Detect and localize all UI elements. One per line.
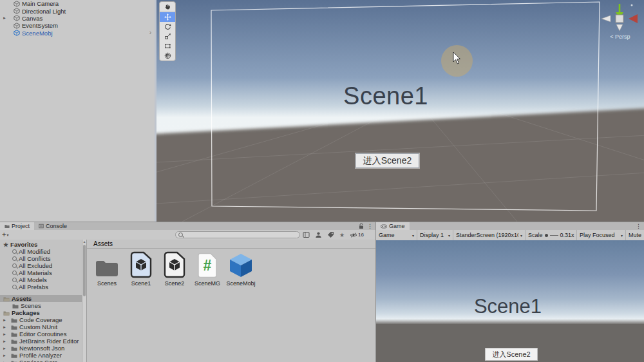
expand-arrow-icon[interactable]: ► bbox=[3, 318, 6, 322]
search-in-panel-icon[interactable] bbox=[303, 231, 310, 238]
hidden-count: 16 bbox=[358, 232, 364, 238]
tree-item-editor-coroutines[interactable]: ►Editor Coroutines bbox=[0, 330, 86, 338]
search-by-type-icon[interactable] bbox=[315, 231, 322, 238]
eye-icon bbox=[350, 233, 357, 238]
folder-icon bbox=[12, 303, 19, 309]
game-ui-button[interactable]: 进入Scene2 bbox=[485, 348, 538, 361]
project-menu-icon[interactable]: ⋮ bbox=[367, 222, 373, 230]
play-focused-dropdown[interactable]: Play Focused▾ bbox=[577, 230, 626, 240]
hidden-packages-toggle[interactable]: 16 bbox=[350, 232, 364, 238]
favorite-all-modified[interactable]: All Modified bbox=[0, 248, 86, 255]
lock-icon[interactable] bbox=[359, 223, 364, 229]
favorite-all-models[interactable]: All Models bbox=[0, 276, 86, 283]
asset-item-scene2[interactable]: Scene2 bbox=[157, 250, 192, 287]
persp-label[interactable]: < Persp bbox=[600, 33, 641, 40]
tab-console[interactable]: Console bbox=[34, 222, 71, 230]
expand-arrow-icon[interactable]: ► bbox=[3, 339, 6, 343]
tree-item-profile-analyzer[interactable]: ►Profile Analyzer bbox=[0, 352, 86, 359]
expand-arrow-icon[interactable]: ► bbox=[3, 325, 6, 329]
plus-icon: + bbox=[2, 231, 6, 238]
gizmo-z-axis[interactable] bbox=[616, 24, 623, 31]
hierarchy-item-label: EventSystem bbox=[22, 22, 58, 29]
resolution-dropdown[interactable]: StanderScreen (1920x10▾ bbox=[453, 230, 526, 240]
create-add-button[interactable]: + ▾ bbox=[2, 231, 8, 238]
caret-down-icon: ▾ bbox=[448, 233, 450, 238]
move-tool[interactable] bbox=[160, 12, 175, 22]
hierarchy-item-directional-light[interactable]: Directional Light bbox=[0, 7, 155, 14]
scene-view[interactable]: Scene1 进入Scene2 < Persp bbox=[155, 0, 644, 222]
expand-arrow-icon[interactable]: ► bbox=[3, 16, 6, 20]
folder-icon bbox=[11, 331, 17, 338]
expand-arrow-icon[interactable]: ► bbox=[3, 332, 6, 336]
mute-toggle[interactable]: Mute bbox=[626, 230, 644, 240]
slider-knob[interactable] bbox=[545, 234, 548, 237]
gizmo-x-axis-neg[interactable] bbox=[601, 15, 611, 22]
prefab-cube-icon bbox=[227, 252, 254, 278]
tab-game[interactable]: Game bbox=[376, 222, 410, 230]
tree-item-newtonsoft-json[interactable]: ►Newtonsoft Json bbox=[0, 345, 86, 352]
tree-item-scenes[interactable]: Scenes bbox=[0, 302, 86, 309]
save-search-star-icon[interactable]: ★ bbox=[339, 232, 345, 238]
caret-down-icon: ▾ bbox=[520, 233, 522, 238]
asset-item-scene1[interactable]: Scene1 bbox=[124, 250, 158, 287]
scrollbar-thumb[interactable] bbox=[83, 245, 86, 296]
tree-item-code-coverage[interactable]: ►Code Coverage bbox=[0, 316, 86, 323]
game-render: Scene1 进入Scene2 bbox=[376, 240, 644, 362]
tree-item-services-core[interactable]: ►Services Core bbox=[0, 359, 86, 362]
gizmo-x-axis[interactable] bbox=[629, 14, 638, 23]
scene-asset-icon bbox=[164, 251, 185, 278]
tree-item-assets[interactable]: Assets bbox=[0, 295, 86, 302]
gizmo-center-cube[interactable] bbox=[616, 15, 623, 23]
project-search[interactable] bbox=[175, 231, 300, 238]
favorites-header[interactable]: ★ Favorites bbox=[0, 241, 86, 248]
hierarchy-item-eventsystem[interactable]: EventSystem bbox=[0, 22, 155, 29]
tree-item-custom-nunit[interactable]: ►Custom NUnit bbox=[0, 323, 86, 330]
scene-ui-button[interactable]: 进入Scene2 bbox=[355, 153, 419, 168]
hierarchy-item-main-camera[interactable]: Main Camera bbox=[0, 0, 155, 7]
favorite-all-prefabs[interactable]: All Prefabs bbox=[0, 283, 86, 291]
orientation-gizmo[interactable] bbox=[598, 1, 639, 33]
project-panel: Project Console ⋮ + ▾ ★ 16 bbox=[0, 222, 375, 362]
scene-render bbox=[156, 0, 644, 222]
hierarchy-item-label: Canvas bbox=[22, 15, 43, 22]
folder-icon bbox=[11, 352, 17, 359]
asset-item-scenemobj[interactable]: SceneMobj bbox=[223, 250, 258, 287]
rect-tool[interactable] bbox=[160, 41, 175, 51]
folder-open-icon bbox=[3, 296, 10, 302]
scrollbar-up-icon[interactable]: ▲ bbox=[82, 240, 86, 244]
tree-item-jetbrains-rider-editor[interactable]: ►JetBrains Rider Editor bbox=[0, 338, 86, 345]
hierarchy-item-label: Main Camera bbox=[22, 0, 59, 7]
asset-item-scenemg[interactable]: # SceneMG bbox=[190, 250, 225, 287]
assets-breadcrumb[interactable]: Assets bbox=[87, 240, 375, 249]
tab-project[interactable]: Project bbox=[0, 222, 34, 230]
favorite-all-excluded[interactable]: All Excluded bbox=[0, 262, 86, 269]
favorite-all-materials[interactable]: All Materials bbox=[0, 269, 86, 276]
expand-arrow-icon[interactable]: ► bbox=[3, 354, 6, 357]
asset-item-scenes[interactable]: Scenes bbox=[90, 250, 124, 287]
tree-item-packages[interactable]: Packages bbox=[0, 309, 86, 316]
folder-icon bbox=[11, 338, 17, 345]
expand-arrow-icon[interactable]: ► bbox=[3, 347, 6, 350]
scene-ui-title: Scene1 bbox=[318, 82, 453, 110]
gameobject-icon bbox=[14, 1, 20, 7]
tree-scrollbar[interactable]: ▲ bbox=[82, 240, 86, 362]
prefab-open-arrow-icon[interactable]: › bbox=[149, 30, 151, 36]
display-target-dropdown[interactable]: Display 1▾ bbox=[417, 230, 453, 240]
hierarchy-item-canvas[interactable]: ► Canvas bbox=[0, 15, 155, 22]
search-input[interactable] bbox=[185, 232, 294, 238]
hierarchy-item-scenemobj[interactable]: SceneMobj › bbox=[0, 30, 155, 37]
rotate-tool[interactable] bbox=[160, 22, 175, 32]
game-menu-icon[interactable]: ⋮ bbox=[636, 222, 641, 230]
game-toolbar: Game▾ Display 1▾ StanderScreen (1920x10▾… bbox=[376, 230, 644, 241]
search-by-label-icon[interactable] bbox=[327, 231, 334, 238]
favorite-all-conflicts[interactable]: All Conflicts bbox=[0, 255, 86, 262]
scale-tool[interactable] bbox=[160, 32, 175, 41]
folder-icon bbox=[11, 317, 17, 323]
tab-label: Project bbox=[12, 223, 30, 229]
scene-tools-overlay bbox=[159, 1, 176, 61]
hand-tool[interactable] bbox=[160, 2, 175, 12]
transform-tool[interactable] bbox=[160, 51, 175, 61]
display-mode-dropdown[interactable]: Game▾ bbox=[376, 230, 417, 240]
slider-track[interactable] bbox=[550, 235, 558, 236]
scale-slider[interactable]: Scale 0.31x bbox=[526, 230, 577, 240]
